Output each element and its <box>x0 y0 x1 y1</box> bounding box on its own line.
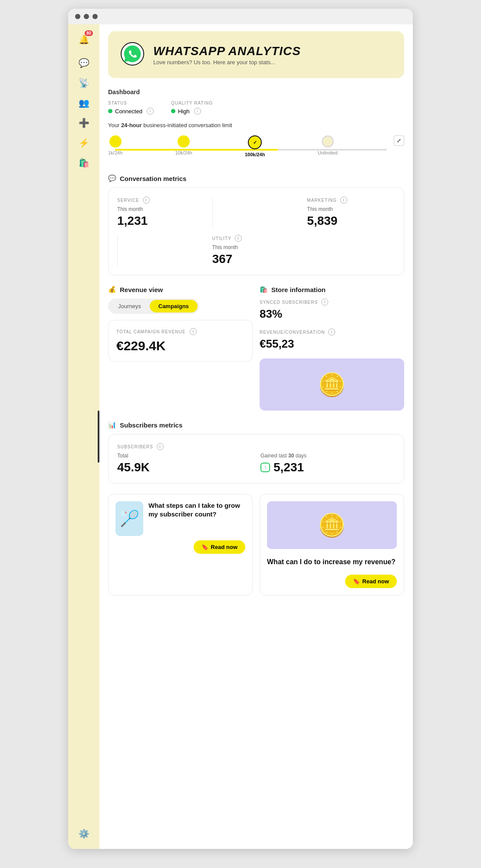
revenue-card-label: TOTAL CAMPAIGN REVENUE i <box>116 328 244 335</box>
conversation-metrics-section: 💬 Conversation metrics SERVICE i This mo… <box>108 174 404 275</box>
progress-step-100k: ✓ 100k/24h <box>245 135 265 157</box>
revenue-title: Revenue view <box>120 286 163 293</box>
chat-bubble-icon: 💬 <box>108 174 116 182</box>
revenue-read-now-button[interactable]: 🔖 Read now <box>345 575 397 588</box>
broadcast-icon[interactable]: 📡 <box>76 75 92 91</box>
whatsapp-icon <box>120 42 145 68</box>
synced-subscribers-stat: SYNCED SUBSCRIBERS i 83% <box>260 299 404 321</box>
gained-subscribers: Gained last 30 days ↑ 5,231 <box>260 453 395 474</box>
browser-bar <box>68 9 413 24</box>
revenue-promo-text: What can I do to increase my revenue? <box>267 558 397 567</box>
quality-pill: High i <box>171 108 201 115</box>
store-header: 🛍️ Store information <box>260 286 404 293</box>
synced-value: 83% <box>260 307 404 321</box>
settings-icon[interactable]: ⚙️ <box>76 825 92 842</box>
utility-label: UTILITY i <box>212 235 300 242</box>
step-circle-10k <box>178 135 190 148</box>
promo-grid: 🏸 What steps can I take to grow my subsc… <box>108 494 404 595</box>
header-subtitle: Love numbers? Us too. Here are your top … <box>153 59 301 66</box>
subscriber-promo-content: 🏸 What steps can I take to grow my subsc… <box>115 501 245 536</box>
subscriber-promo-text: What steps can I take to grow my subscri… <box>148 501 245 518</box>
revenue-read-now-label: Read now <box>362 578 389 585</box>
revenue-store-section: 💰 Revenue view Journeys Campaigns TOTAL … <box>108 286 404 411</box>
browser-dot-1 <box>75 14 80 19</box>
conversation-metrics-title: Conversation metrics <box>120 175 186 182</box>
money-bag-icon: 💰 <box>108 286 116 293</box>
quality-info-icon[interactable]: i <box>194 108 201 115</box>
marketing-period: This month <box>307 206 395 212</box>
store-info-section: 🛍️ Store information SYNCED SUBSCRIBERS … <box>260 286 404 411</box>
revenue-promo-card: 🪙 What can I do to increase my revenue? … <box>260 494 404 595</box>
utility-info-icon[interactable]: i <box>235 235 242 242</box>
step-label-100k: 100k/24h <box>245 152 265 157</box>
total-label: Total <box>117 453 252 459</box>
coin-icon: 🪙 <box>318 372 346 398</box>
dashboard-label: Dashboard <box>108 89 404 95</box>
quality-value: High <box>178 108 190 115</box>
conversation-metrics-header: 💬 Conversation metrics <box>108 174 404 182</box>
metrics-card: SERVICE i This month 1,231 MARKETING i <box>108 187 404 275</box>
subscribers-card-label: SUBSCRIBERS i <box>117 443 395 450</box>
expand-button[interactable]: ⤢ <box>394 135 404 146</box>
bag-icon[interactable]: 🛍️ <box>76 155 92 171</box>
gained-label: Gained last 30 days <box>260 453 395 459</box>
limit-highlight: 24-hour <box>121 122 142 128</box>
main-content: WHATSAPP ANALYTICS Love numbers? Us too.… <box>99 24 413 849</box>
notification-button[interactable]: 🔔 80 <box>76 31 92 48</box>
service-info-icon[interactable]: i <box>143 197 150 204</box>
metrics-grid: SERVICE i This month 1,231 MARKETING i <box>117 197 395 266</box>
subscribers-card: SUBSCRIBERS i Total 45.9K Gained last 30… <box>108 434 404 483</box>
synced-label: SYNCED SUBSCRIBERS i <box>260 299 404 306</box>
header-title: WHATSAPP ANALYTICS <box>153 44 301 58</box>
chat-icon[interactable]: 💬 <box>76 55 92 71</box>
status-info-icon[interactable]: i <box>147 108 154 115</box>
status-pill: Connected i <box>108 108 154 115</box>
read-icon: 🔖 <box>201 544 208 550</box>
subscribers-info-icon[interactable]: i <box>157 443 164 450</box>
subscriber-read-now-button[interactable]: 🔖 Read now <box>194 540 245 554</box>
subscriber-promo-img: 🏸 <box>115 501 143 536</box>
limit-text: Your 24-hour business-initiated conversa… <box>108 122 404 128</box>
add-icon[interactable]: ➕ <box>76 115 92 131</box>
store-title: Store information <box>271 286 326 293</box>
revenue-read-icon: 🔖 <box>353 578 360 585</box>
marketing-value: 5,839 <box>307 214 395 228</box>
progress-step-1k: 1k/24h <box>108 135 122 157</box>
gained-badge: ↑ <box>260 463 270 472</box>
users-icon[interactable]: 👥 <box>76 95 92 111</box>
revenue-conv-info-icon[interactable]: i <box>328 329 335 335</box>
marketing-info-icon[interactable]: i <box>340 197 347 204</box>
service-metric: SERVICE i This month 1,231 <box>117 197 205 228</box>
store-promo-banner: 🪙 <box>260 358 404 411</box>
total-value: 45.9K <box>117 460 252 474</box>
scroll-indicator <box>98 411 99 463</box>
campaigns-tab[interactable]: Campaigns <box>150 300 198 312</box>
notification-badge: 80 <box>85 30 93 36</box>
revenue-promo-img: 🪙 <box>267 501 397 549</box>
subscribers-grid: Total 45.9K Gained last 30 days ↑ <box>117 453 395 474</box>
service-value: 1,231 <box>117 214 205 228</box>
journeys-tab[interactable]: Journeys <box>109 300 150 312</box>
step-label-unlimited: Unlimited <box>318 150 338 155</box>
gained-value-row: ↑ 5,231 <box>260 460 395 474</box>
total-subscribers: Total 45.9K <box>117 453 252 474</box>
sidebar: 🔔 80 💬 📡 👥 ➕ ⚡ 🛍️ ⚙️ <box>68 24 99 849</box>
chart-icon: 📊 <box>108 421 116 429</box>
synced-info-icon[interactable]: i <box>321 299 328 306</box>
subscribers-title: Subscribers metrics <box>120 421 182 429</box>
step-circle-unlimited <box>322 135 334 148</box>
bolt-icon[interactable]: ⚡ <box>76 135 92 151</box>
utility-metric: UTILITY i This month 367 <box>212 235 300 266</box>
quality-dot-green <box>171 109 175 113</box>
status-group: STATUS Connected i <box>108 101 154 115</box>
marketing-metric: MARKETING i This month 5,839 <box>307 197 395 228</box>
status-row: STATUS Connected i QUALITY RATING High i <box>108 101 404 115</box>
revenue-info-icon[interactable]: i <box>190 328 197 335</box>
utility-period: This month <box>212 244 300 250</box>
service-period: This month <box>117 206 205 212</box>
marketing-label: MARKETING i <box>307 197 395 204</box>
quality-group: QUALITY RATING High i <box>171 101 213 115</box>
metric-divider-1 <box>212 197 213 228</box>
metric-divider-2 <box>117 235 118 266</box>
shopping-bag-icon: 🛍️ <box>260 286 268 293</box>
